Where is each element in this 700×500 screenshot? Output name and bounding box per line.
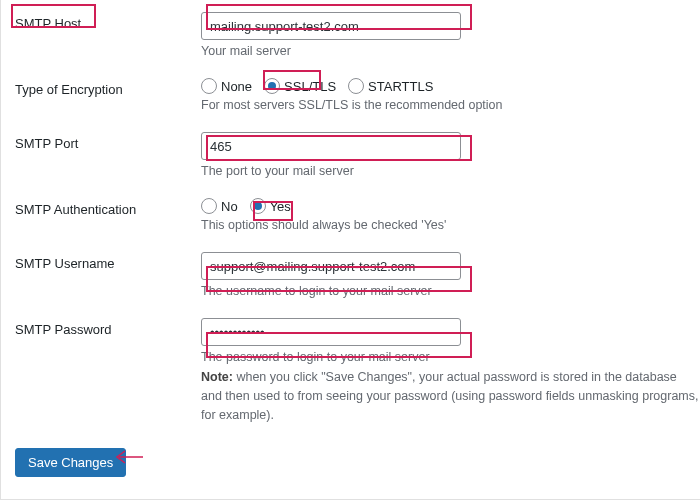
row-smtp-auth: SMTP Authentication No Yes This options …: [1, 186, 700, 240]
input-smtp-pass[interactable]: [201, 318, 461, 346]
note-rest: when you click "Save Changes", your actu…: [201, 370, 698, 422]
radio-label-yes: Yes: [270, 199, 291, 214]
input-smtp-host[interactable]: [201, 12, 461, 40]
radio-label-starttls: STARTTLS: [368, 79, 433, 94]
smtp-settings-form: SMTP Host Your mail server Type of Encry…: [1, 0, 700, 432]
label-smtp-port: SMTP Port: [1, 132, 201, 151]
radio-encryption-starttls[interactable]: [348, 78, 364, 94]
input-smtp-port[interactable]: [201, 132, 461, 160]
hint-smtp-port: The port to your mail server: [201, 164, 700, 178]
radio-label-no: No: [221, 199, 238, 214]
row-encryption: Type of Encryption None SSL/TLS STARTTLS…: [1, 66, 700, 120]
save-changes-button[interactable]: Save Changes: [15, 448, 126, 477]
radio-label-none: None: [221, 79, 252, 94]
row-smtp-user: SMTP Username The username to login to y…: [1, 240, 700, 306]
radio-auth-yes[interactable]: [250, 198, 266, 214]
hint-smtp-host: Your mail server: [201, 44, 700, 58]
radio-encryption-none[interactable]: [201, 78, 217, 94]
auth-radio-group: No Yes: [201, 198, 700, 214]
label-smtp-host: SMTP Host: [1, 12, 201, 31]
row-smtp-port: SMTP Port The port to your mail server: [1, 120, 700, 186]
label-smtp-auth: SMTP Authentication: [1, 198, 201, 217]
row-smtp-pass: SMTP Password The password to login to y…: [1, 306, 700, 432]
hint-encryption: For most servers SSL/TLS is the recommen…: [201, 98, 700, 112]
hint-smtp-pass: The password to login to your mail serve…: [201, 350, 700, 364]
label-smtp-pass: SMTP Password: [1, 318, 201, 337]
input-smtp-user[interactable]: [201, 252, 461, 280]
note-bold: Note:: [201, 370, 233, 384]
radio-encryption-ssltls[interactable]: [264, 78, 280, 94]
hint-smtp-auth: This options should always be checked 'Y…: [201, 218, 700, 232]
radio-auth-no[interactable]: [201, 198, 217, 214]
encryption-radio-group: None SSL/TLS STARTTLS: [201, 78, 700, 94]
note-smtp-pass: Note: when you click "Save Changes", you…: [201, 368, 700, 424]
row-smtp-host: SMTP Host Your mail server: [1, 0, 700, 66]
hint-smtp-user: The username to login to your mail serve…: [201, 284, 700, 298]
label-smtp-user: SMTP Username: [1, 252, 201, 271]
radio-label-ssltls: SSL/TLS: [284, 79, 336, 94]
label-encryption: Type of Encryption: [1, 78, 201, 97]
